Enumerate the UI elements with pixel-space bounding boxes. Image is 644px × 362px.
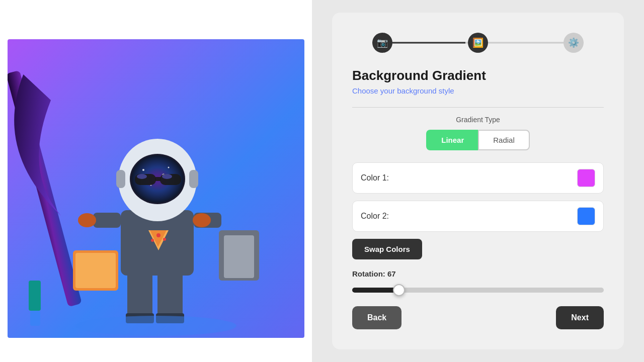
color2-label: Color 2: — [361, 212, 577, 221]
svg-rect-33 — [224, 235, 254, 278]
card-subtitle: Choose your background style — [352, 86, 604, 95]
right-panel: 📷 🖼️ ⚙️ Background Gradient Choose your … — [312, 0, 644, 362]
gradient-type-label: Gradient Type — [352, 116, 604, 124]
camera-icon: 📷 — [377, 37, 388, 48]
rotation-slider-container — [352, 284, 604, 296]
svg-rect-11 — [93, 213, 121, 228]
svg-point-10 — [163, 238, 166, 241]
stepper: 📷 🖼️ ⚙️ — [352, 33, 604, 53]
step-1[interactable]: 📷 — [372, 33, 392, 53]
svg-point-14 — [193, 213, 211, 227]
step-2[interactable]: 🖼️ — [468, 33, 488, 53]
preview-image — [8, 39, 304, 338]
svg-point-26 — [137, 174, 147, 179]
svg-point-9 — [151, 239, 154, 242]
svg-point-19 — [142, 169, 144, 171]
svg-point-13 — [78, 213, 96, 227]
next-button[interactable]: Next — [556, 306, 604, 329]
rotation-value: 67 — [387, 269, 396, 278]
rotation-label: Rotation: 67 — [352, 269, 604, 278]
svg-rect-35 — [30, 311, 40, 326]
svg-point-34 — [75, 316, 236, 336]
character-svg — [8, 39, 304, 338]
back-button[interactable]: Back — [352, 306, 401, 329]
color2-row: Color 2: — [352, 201, 604, 232]
svg-rect-31 — [75, 253, 116, 288]
svg-point-8 — [156, 233, 160, 237]
svg-point-27 — [162, 174, 172, 179]
svg-rect-28 — [116, 170, 125, 188]
step-3[interactable]: ⚙️ — [564, 33, 584, 53]
settings-card: 📷 🖼️ ⚙️ Background Gradient Choose your … — [332, 13, 624, 349]
color1-row: Color 1: — [352, 162, 604, 194]
image-icon: 🖼️ — [472, 37, 484, 48]
svg-rect-36 — [29, 281, 41, 311]
color1-label: Color 1: — [361, 173, 577, 183]
gradient-type-toggle: Linear Radial — [352, 130, 604, 150]
radial-toggle[interactable]: Radial — [478, 130, 530, 150]
divider — [352, 107, 604, 108]
svg-rect-25 — [155, 177, 161, 181]
stepper-nodes: 📷 🖼️ ⚙️ — [372, 33, 584, 53]
color1-swatch[interactable] — [577, 169, 595, 187]
settings-step-icon: ⚙️ — [568, 37, 579, 48]
preview-panel — [0, 0, 312, 362]
svg-point-22 — [168, 167, 170, 168]
svg-rect-29 — [189, 170, 198, 188]
swap-colors-button[interactable]: Swap Colors — [352, 239, 422, 259]
linear-toggle[interactable]: Linear — [426, 130, 478, 150]
card-footer: Back Next — [352, 296, 604, 329]
card-title: Background Gradient — [352, 68, 604, 83]
color2-swatch[interactable] — [577, 207, 595, 225]
